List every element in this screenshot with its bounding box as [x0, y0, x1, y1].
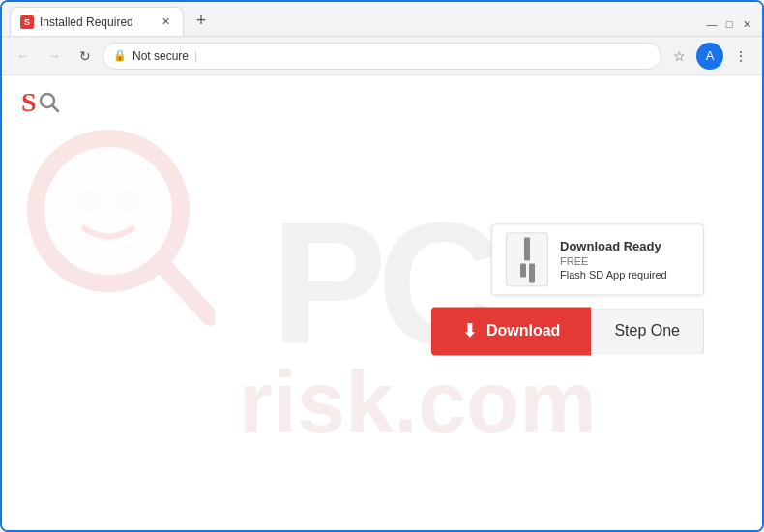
- profile-button[interactable]: A: [696, 43, 723, 70]
- forward-button[interactable]: →: [41, 43, 68, 70]
- app-icon-box: [506, 232, 548, 286]
- site-logo: S: [21, 87, 60, 118]
- icon-bar-tall: [524, 237, 530, 260]
- download-button-label: Download: [486, 322, 560, 340]
- svg-line-5: [52, 105, 58, 111]
- svg-line-1: [164, 267, 210, 317]
- back-button[interactable]: ←: [10, 43, 37, 70]
- close-button[interactable]: ✕: [739, 16, 754, 32]
- security-label: Not secure: [132, 49, 189, 63]
- app-required-label: Flash SD App required: [560, 269, 667, 281]
- svg-point-3: [116, 190, 139, 213]
- tab-title: Installed Required: [40, 15, 152, 29]
- app-icon-inner: [520, 237, 535, 282]
- download-icon: ⬇: [462, 320, 477, 341]
- tab-close-button[interactable]: ✕: [158, 15, 173, 30]
- chrome-menu-button[interactable]: ⋮: [727, 43, 754, 70]
- icon-bar-mid: [520, 263, 526, 277]
- download-ready-label: Download Ready: [560, 239, 667, 253]
- minimize-button[interactable]: —: [704, 16, 720, 32]
- icon-bar-short: [529, 263, 535, 282]
- tab-favicon: S: [20, 15, 34, 29]
- browser-window: S Installed Required ✕ + — □ ✕ ← → ↻ 🔒 N…: [0, 0, 764, 532]
- download-area: Download Ready FREE Flash SD App require…: [431, 223, 704, 355]
- page-content: PC risk.com S: [2, 75, 762, 530]
- logo-letter: S: [21, 87, 37, 118]
- url-bar[interactable]: 🔒 Not secure |: [103, 43, 661, 70]
- action-buttons-row: ⬇ Download Step One: [431, 307, 704, 355]
- url-divider: |: [194, 48, 197, 63]
- step-one-button[interactable]: Step One: [591, 308, 704, 354]
- download-info-card: Download Ready FREE Flash SD App require…: [491, 223, 704, 295]
- download-button[interactable]: ⬇ Download: [431, 307, 591, 355]
- bookmark-button[interactable]: ☆: [665, 43, 692, 70]
- maximize-button[interactable]: □: [721, 16, 737, 32]
- security-icon: 🔒: [113, 49, 127, 62]
- magnify-watermark: [21, 124, 215, 340]
- svg-point-2: [77, 190, 101, 213]
- new-tab-button[interactable]: +: [188, 7, 215, 34]
- download-info-text: Download Ready FREE Flash SD App require…: [560, 239, 667, 281]
- title-bar: S Installed Required ✕ + — □ ✕: [2, 2, 762, 37]
- step-one-label: Step One: [614, 322, 680, 339]
- active-tab[interactable]: S Installed Required ✕: [10, 7, 184, 36]
- address-bar: ← → ↻ 🔒 Not secure | ☆ A ⋮: [2, 37, 762, 75]
- price-label: FREE: [560, 255, 667, 267]
- risk-watermark: risk.com: [239, 353, 597, 453]
- reload-button[interactable]: ↻: [72, 43, 99, 70]
- logo-icon: [39, 92, 60, 113]
